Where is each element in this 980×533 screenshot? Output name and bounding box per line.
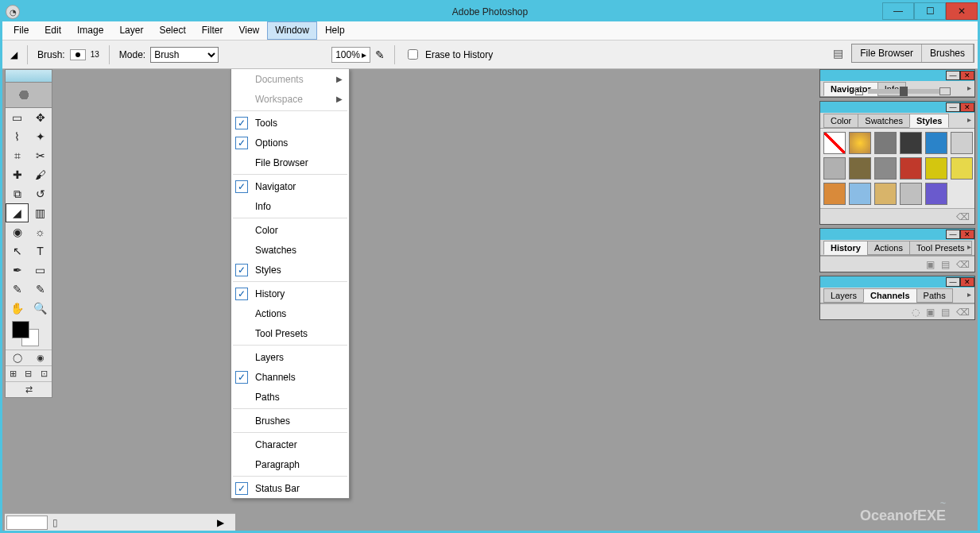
type-tool[interactable]: T	[29, 241, 52, 261]
panel-titlebar[interactable]: — ✕	[820, 229, 974, 240]
menu-item-paragraph[interactable]: Paragraph	[231, 454, 349, 474]
jump-to-imageready-icon[interactable]: ⇄	[6, 381, 52, 397]
panel-minimize-button[interactable]: —	[946, 230, 960, 239]
toolbox-panel[interactable]: ▭✥⌇✦⌗✂✚🖌⧉↺◢▥◉☼↖T✒▭✎✎✋🔍 ◯ ◉ ⊞ ⊟ ⊡ ⇄	[5, 69, 52, 398]
panel-titlebar[interactable]: — ✕	[820, 102, 974, 113]
tab-actions[interactable]: Actions	[867, 241, 910, 255]
quickmask-mode-icon[interactable]: ◉	[29, 350, 52, 365]
style-swatch-9[interactable]	[900, 157, 922, 180]
history-brush-tool[interactable]: ↺	[29, 184, 52, 203]
lasso-tool[interactable]: ⌇	[6, 127, 29, 146]
style-swatch-8[interactable]	[874, 157, 897, 180]
tab-color[interactable]: Color	[823, 114, 858, 128]
style-swatch-14[interactable]	[874, 183, 897, 205]
standard-mode-icon[interactable]: ◯	[6, 350, 29, 365]
save-selection-icon[interactable]: ▣	[926, 307, 935, 318]
toolbox-titlebar[interactable]	[6, 70, 52, 83]
new-document-icon[interactable]: ▤	[941, 259, 950, 270]
document-icon[interactable]: ▤	[833, 47, 843, 60]
menu-image[interactable]: Image	[69, 21, 111, 40]
new-channel-icon[interactable]: ▤	[941, 307, 950, 318]
tab-history[interactable]: History	[823, 241, 868, 255]
tab-paths[interactable]: Paths	[916, 288, 953, 303]
screen-full-icon[interactable]: ⊡	[37, 365, 52, 381]
style-swatch-7[interactable]	[849, 157, 871, 180]
tab-swatches[interactable]: Swatches	[858, 114, 910, 128]
panel-menu-icon[interactable]: ▸	[967, 290, 971, 299]
well-tab-file-browser[interactable]: File Browser	[852, 44, 922, 62]
trash-icon[interactable]: ⌫	[956, 211, 970, 222]
panel-menu-icon[interactable]: ▸	[967, 115, 971, 124]
menu-item-layers[interactable]: Layers	[231, 347, 349, 367]
zoom-tool[interactable]: 🔍	[29, 299, 52, 318]
panel-minimize-button[interactable]: —	[946, 277, 960, 287]
style-swatch-13[interactable]	[849, 183, 871, 205]
panel-minimize-button[interactable]: —	[946, 71, 960, 80]
status-menu-icon[interactable]: ▶	[217, 517, 224, 528]
zoom-slider[interactable]	[868, 89, 939, 94]
mode-select[interactable]: Brush	[150, 47, 219, 63]
erase-to-history-checkbox[interactable]	[408, 49, 418, 60]
tab-layers[interactable]: Layers	[823, 288, 864, 303]
flow-field[interactable]: 100%▸	[331, 47, 370, 63]
menu-file[interactable]: File	[6, 21, 37, 40]
brush-preset-picker[interactable]	[70, 49, 86, 60]
menu-item-character[interactable]: Character	[231, 435, 349, 454]
status-zoom-field[interactable]	[6, 516, 48, 530]
brush-tool[interactable]: 🖌	[29, 165, 52, 184]
title-bar[interactable]: ◔ Adobe Photoshop — ☐ ✕	[2, 2, 978, 21]
load-selection-icon[interactable]: ◌	[912, 307, 920, 318]
menu-item-status-bar[interactable]: ✓Status Bar	[231, 478, 349, 498]
maximize-button[interactable]: ☐	[914, 2, 946, 20]
minimize-button[interactable]: —	[882, 2, 914, 20]
panel-close-button[interactable]: ✕	[960, 71, 974, 80]
menu-select[interactable]: Select	[151, 21, 193, 40]
trash-icon[interactable]: ⌫	[956, 307, 970, 318]
menu-layer[interactable]: Layer	[111, 21, 151, 40]
menu-item-navigator[interactable]: ✓Navigator	[231, 176, 349, 196]
zoom-out-icon[interactable]	[855, 87, 863, 95]
marquee-tool[interactable]: ▭	[6, 108, 29, 127]
style-swatch-1[interactable]	[849, 132, 871, 154]
eraser-tool[interactable]: ◢	[6, 203, 29, 222]
menu-item-tools[interactable]: ✓Tools	[231, 113, 349, 133]
style-swatch-3[interactable]	[900, 132, 922, 154]
menu-item-styles[interactable]: ✓Styles	[231, 260, 349, 280]
document-size-icon[interactable]: ▯	[52, 517, 58, 528]
menu-edit[interactable]: Edit	[37, 21, 69, 40]
close-button[interactable]: ✕	[946, 2, 978, 20]
menu-item-brushes[interactable]: Brushes	[231, 411, 349, 431]
screen-standard-icon[interactable]: ⊞	[6, 365, 21, 381]
slice-tool[interactable]: ✂	[29, 146, 52, 165]
stamp-tool[interactable]: ⧉	[6, 184, 29, 203]
blur-tool[interactable]: ◉	[6, 222, 29, 241]
crop-tool[interactable]: ⌗	[6, 146, 29, 165]
menu-item-color[interactable]: Color	[231, 220, 349, 240]
panel-close-button[interactable]: ✕	[960, 102, 974, 112]
menu-view[interactable]: View	[230, 21, 267, 40]
path-select-tool[interactable]: ↖	[6, 241, 29, 261]
menu-item-tool-presets[interactable]: Tool Presets	[231, 323, 349, 343]
gradient-tool[interactable]: ▥	[29, 203, 52, 222]
eyedropper-tool[interactable]: ✎	[29, 280, 52, 299]
new-snapshot-icon[interactable]: ▣	[926, 259, 935, 270]
style-swatch-6[interactable]	[823, 157, 846, 180]
pen-tool[interactable]: ✒	[6, 261, 29, 280]
zoom-in-icon[interactable]	[939, 87, 951, 95]
menu-item-options[interactable]: ✓Options	[231, 133, 349, 153]
notes-tool[interactable]: ✎	[6, 280, 29, 299]
panel-menu-icon[interactable]: ▸	[967, 83, 971, 92]
menu-item-history[interactable]: ✓History	[231, 284, 349, 303]
dodge-tool[interactable]: ☼	[29, 222, 52, 241]
style-swatch-5[interactable]	[951, 132, 973, 154]
trash-icon[interactable]: ⌫	[956, 259, 970, 270]
airbrush-icon[interactable]: ✎	[375, 48, 385, 61]
panel-close-button[interactable]: ✕	[960, 230, 974, 239]
tab-tool-presets[interactable]: Tool Presets	[909, 241, 972, 255]
heal-tool[interactable]: ✚	[6, 165, 29, 184]
foreground-color-swatch[interactable]	[12, 321, 29, 338]
style-swatch-10[interactable]	[925, 157, 947, 180]
menu-item-channels[interactable]: ✓Channels	[231, 367, 349, 387]
style-swatch-2[interactable]	[874, 132, 897, 154]
style-swatch-4[interactable]	[925, 132, 947, 154]
